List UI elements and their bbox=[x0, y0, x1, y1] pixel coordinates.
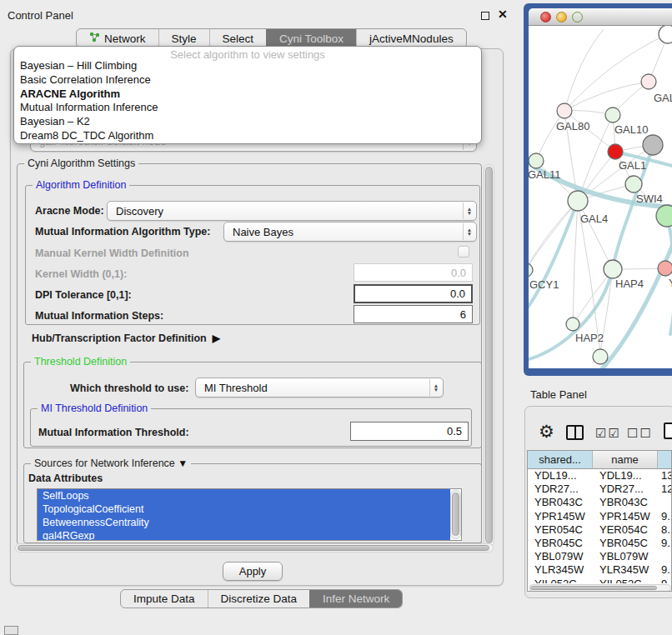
aracne-mode-combobox[interactable]: Discovery ▲▼ bbox=[107, 201, 477, 221]
popup-hint: Select algorithm to view settings bbox=[14, 47, 481, 59]
zoom-window-icon[interactable] bbox=[572, 12, 583, 22]
network-node[interactable] bbox=[605, 108, 620, 122]
file-icon[interactable] bbox=[664, 422, 672, 439]
column-header-name[interactable]: name bbox=[593, 451, 658, 469]
network-node[interactable] bbox=[658, 261, 672, 276]
float-panel-button[interactable] bbox=[481, 12, 489, 20]
table-cell: YDR27... bbox=[593, 482, 658, 496]
tab-impute-data[interactable]: Impute Data bbox=[121, 590, 208, 608]
unchecked-columns-icon[interactable]: ☐☐ bbox=[627, 426, 653, 441]
network-view-window[interactable]: GALGAL80GAL10GAL1GAL11SWI4GAL4GCY1HAP4YH… bbox=[524, 3, 672, 376]
tab-cyni-toolbox[interactable]: Cyni Toolbox bbox=[266, 29, 356, 48]
table-horizontal-scrollbar[interactable] bbox=[529, 584, 671, 592]
node-attribute-table[interactable]: shared... name A YDL19...YDL19...13YDR27… bbox=[527, 450, 672, 592]
combo-stepper-icon: ▲▼ bbox=[463, 202, 475, 219]
table-row[interactable]: YDR27...YDR27...12 bbox=[528, 482, 672, 496]
settings-horizontal-scrollbar[interactable] bbox=[15, 543, 494, 552]
collapsed-arrow-icon: ▶ bbox=[213, 332, 220, 344]
table-row[interactable]: YBR045CYBR045C9. bbox=[528, 537, 672, 550]
minimize-window-icon[interactable] bbox=[556, 12, 567, 22]
data-attribute-item[interactable]: BetweennessCentrality bbox=[38, 516, 450, 529]
table-row[interactable]: YBR043CYBR043C bbox=[528, 496, 672, 509]
table-cell: 8. bbox=[658, 523, 672, 537]
network-edge[interactable] bbox=[578, 201, 613, 269]
close-icon[interactable]: ✕ bbox=[498, 8, 508, 21]
tab-infer-network[interactable]: Infer Network bbox=[309, 590, 402, 608]
gear-icon[interactable]: ⚙ bbox=[539, 422, 554, 442]
network-node-label: GAL1 bbox=[619, 159, 646, 172]
dpi-tolerance-field[interactable]: 0.0 bbox=[354, 284, 473, 303]
table-row[interactable]: YDL19...YDL19...13 bbox=[528, 469, 672, 482]
tab-discretize-data[interactable]: Discretize Data bbox=[208, 590, 310, 608]
network-edge[interactable] bbox=[536, 111, 564, 161]
network-node[interactable] bbox=[608, 144, 623, 159]
data-attribute-item[interactable]: SelfLoops bbox=[38, 489, 450, 502]
network-edge-thick[interactable] bbox=[599, 234, 672, 368]
network-node[interactable] bbox=[529, 153, 544, 168]
network-edge[interactable] bbox=[564, 29, 604, 111]
network-edge[interactable] bbox=[573, 201, 578, 324]
column-header-partial[interactable]: A bbox=[658, 451, 672, 469]
mi-threshold-field[interactable]: 0.5 bbox=[350, 422, 469, 441]
network-node[interactable] bbox=[625, 176, 642, 192]
algorithm-option[interactable]: Dream8 DC_TDC Algorithm bbox=[14, 129, 481, 143]
network-node[interactable] bbox=[656, 205, 672, 227]
table-rows-container: YDL19...YDL19...13YDR27...YDR27...12YBR0… bbox=[528, 469, 672, 583]
table-row[interactable]: YLR345WYLR345W9. bbox=[528, 563, 672, 577]
table-cell: YBR043C bbox=[528, 496, 593, 509]
split-view-icon[interactable] bbox=[566, 425, 584, 440]
apply-button[interactable]: Apply bbox=[223, 562, 283, 581]
network-node[interactable] bbox=[641, 74, 656, 89]
table-row[interactable]: YBL079WYBL079W bbox=[528, 550, 672, 563]
kernel-width-field: 0.0 bbox=[354, 263, 473, 282]
checked-columns-icon[interactable]: ☑☑ bbox=[595, 426, 621, 441]
tab-network[interactable]: Network bbox=[77, 29, 158, 48]
settings-group-title: Cyni Algorithm Settings bbox=[24, 158, 138, 169]
network-node-label: GAL11 bbox=[529, 168, 561, 181]
network-node[interactable] bbox=[566, 318, 579, 331]
network-canvas[interactable]: GALGAL80GAL10GAL1GAL11SWI4GAL4GCY1HAP4YH… bbox=[529, 26, 672, 368]
mi-steps-field[interactable]: 6 bbox=[354, 305, 473, 323]
network-node[interactable] bbox=[643, 135, 663, 155]
table-cell: 9. bbox=[658, 537, 672, 550]
data-attribute-item[interactable]: gal4RGexp bbox=[38, 529, 450, 541]
algorithm-option[interactable]: Bayesian – K2 bbox=[14, 115, 481, 129]
attributes-scrollbar[interactable] bbox=[450, 490, 461, 539]
table-row[interactable]: YER054CYER054C8. bbox=[528, 523, 672, 537]
panel-dock-button[interactable] bbox=[4, 626, 18, 635]
network-edge[interactable] bbox=[564, 82, 649, 111]
tab-jactivemnodules[interactable]: jActiveMNodules bbox=[356, 29, 466, 48]
data-attributes-list: SelfLoopsTopologicalCoefficientBetweenne… bbox=[37, 488, 462, 541]
network-node[interactable] bbox=[604, 260, 622, 278]
close-window-icon[interactable] bbox=[540, 12, 551, 22]
tab-style[interactable]: Style bbox=[158, 29, 209, 48]
expanded-arrow-icon[interactable]: ▼ bbox=[178, 458, 188, 469]
network-node[interactable] bbox=[568, 191, 588, 211]
table-cell: YIL052C bbox=[528, 578, 593, 584]
network-node[interactable] bbox=[529, 263, 533, 277]
data-attribute-item[interactable]: TopologicalCoefficient bbox=[38, 502, 450, 516]
network-icon bbox=[89, 32, 100, 45]
algorithm-option[interactable]: ARACNE Algorithm bbox=[14, 88, 481, 102]
algorithm-option[interactable]: Basic Correlation Inference bbox=[14, 73, 481, 88]
tab-select[interactable]: Select bbox=[209, 29, 267, 48]
network-node[interactable] bbox=[593, 349, 608, 364]
network-edge-thick[interactable] bbox=[529, 201, 578, 313]
table-row[interactable]: YIL052CYIL052C9 bbox=[528, 578, 672, 584]
network-node-label: GAL4 bbox=[580, 212, 608, 225]
hub-definition-toggle[interactable]: Hub/Transcription Factor Definition ▶ bbox=[32, 332, 220, 344]
network-window-titlebar[interactable] bbox=[529, 8, 672, 26]
algorithm-option[interactable]: Mutual Information Inference bbox=[14, 101, 481, 115]
table-row[interactable]: YPR145WYPR145W9. bbox=[528, 510, 672, 523]
network-node[interactable] bbox=[557, 103, 572, 118]
which-threshold-combobox[interactable]: MI Threshold ▲▼ bbox=[195, 378, 444, 398]
mi-type-combobox[interactable]: Naive Bayes ▲▼ bbox=[223, 222, 477, 242]
algorithm-option[interactable]: Bayesian – Hill Climbing bbox=[14, 59, 481, 73]
table-cell: YPR145W bbox=[528, 510, 593, 523]
table-cell: 12 bbox=[658, 482, 672, 496]
network-node[interactable] bbox=[659, 26, 672, 43]
manual-kernel-checkbox[interactable] bbox=[458, 246, 469, 258]
table-cell: YBR043C bbox=[593, 496, 658, 509]
settings-vertical-scrollbar[interactable] bbox=[484, 164, 494, 547]
column-header-shared[interactable]: shared... bbox=[528, 451, 593, 469]
